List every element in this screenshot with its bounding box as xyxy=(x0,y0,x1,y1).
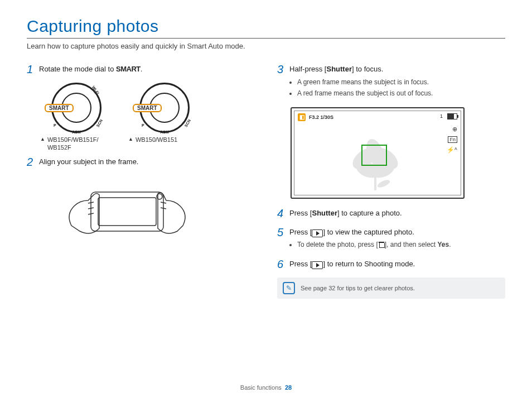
tip-box: ✎ See page 32 for tips to get clearer ph… xyxy=(277,277,505,299)
dial-smart-tag: SMART xyxy=(45,104,74,112)
step-number: 6 xyxy=(277,259,289,270)
camera-hold-illustration xyxy=(60,175,255,245)
step4-post: ] to capture a photo. xyxy=(337,209,402,217)
lcd-screen-illustration: ◧ F3.2 1/30S 1 ⊕ Fn ⚡ᴬ xyxy=(291,107,465,199)
step3-pre: Half-press [ xyxy=(289,65,326,73)
step-5: 5 Press [] to view the captured photo. T… xyxy=(277,227,505,251)
step-number: 5 xyxy=(277,227,289,251)
step-number: 2 xyxy=(27,156,39,168)
tip-icon: ✎ xyxy=(283,282,295,294)
dial-block-2: SMART P ASM SCN ▲WB150/WB151 xyxy=(128,83,201,152)
footer-section: Basic functions xyxy=(240,384,282,391)
osd-exposure: F3.2 1/30S xyxy=(309,114,333,120)
dial-mark-asm: ASM xyxy=(160,130,169,134)
step3-post: ] to focus. xyxy=(352,65,383,73)
shutter-label: Shutter xyxy=(312,209,337,217)
triangle-icon: ▲ xyxy=(40,136,45,152)
dial-mark-p: P xyxy=(54,123,56,127)
step-number: 1 xyxy=(27,64,39,75)
svg-point-9 xyxy=(376,178,391,189)
step6-post: ] to return to Shooting mode. xyxy=(323,260,415,268)
list-item: A green frame means the subject is in fo… xyxy=(297,77,433,87)
step-number: 4 xyxy=(277,208,289,219)
osd-right: ⊕ Fn ⚡ᴬ xyxy=(447,126,457,154)
dial-block-1: SMART P ASM SCN Wi-Fi ▲WB150F/WB151F/ WB… xyxy=(40,83,113,152)
smart-mode-label: SMART xyxy=(116,65,141,73)
playback-icon xyxy=(312,261,323,269)
step2-text: Align your subject in the frame. xyxy=(39,156,138,168)
step5-pre: Press [ xyxy=(289,228,312,236)
mode-dial-illustration: SMART P ASM SCN xyxy=(139,83,190,133)
step5-bullet-post: ], and then select xyxy=(385,241,438,248)
page-footer: Basic functions 28 xyxy=(0,384,532,391)
osd-top-right: 1 xyxy=(440,113,457,119)
step6-pre: Press [ xyxy=(289,260,312,268)
step-4: 4 Press [Shutter] to capture a photo. xyxy=(277,208,505,219)
mode-dials-row: SMART P ASM SCN Wi-Fi ▲WB150F/WB151F/ WB… xyxy=(40,83,255,152)
step3-bullets: A green frame means the subject is in fo… xyxy=(289,77,433,98)
step5-post: ] to view the captured photo. xyxy=(323,228,414,236)
shutter-label: Shutter xyxy=(326,65,352,73)
step-1: 1 Rotate the mode dial to SMART. xyxy=(27,64,255,75)
list-item: To delete the photo, press [], and then … xyxy=(297,240,451,250)
zoom-icon: ⊕ xyxy=(452,126,457,133)
osd-top-left: ◧ F3.2 1/30S xyxy=(298,113,333,121)
step1-post: . xyxy=(141,65,143,73)
osd-shots: 1 xyxy=(440,113,443,119)
dial-smart-tag: SMART xyxy=(133,104,162,112)
footer-page: 28 xyxy=(285,384,292,391)
svg-rect-1 xyxy=(98,198,156,226)
title-rule xyxy=(27,38,505,39)
dial-mark-p: P xyxy=(142,123,144,127)
svg-rect-8 xyxy=(374,167,376,190)
step4-pre: Press [ xyxy=(289,209,312,217)
trash-icon xyxy=(378,241,385,248)
right-column: 3 Half-press [Shutter] to focus. A green… xyxy=(277,64,505,299)
dial-mark-asm: ASM xyxy=(72,130,81,134)
page-title: Capturing photos xyxy=(27,17,505,36)
mode-dial-illustration: SMART P ASM SCN Wi-Fi xyxy=(51,83,101,133)
step-6: 6 Press [] to return to Shooting mode. xyxy=(277,259,505,270)
fn-icon: Fn xyxy=(448,136,457,143)
triangle-icon: ▲ xyxy=(128,136,133,144)
step5-bullet-pre: To delete the photo, press [ xyxy=(297,241,378,248)
list-item: A red frame means the subject is out of … xyxy=(297,88,433,98)
step-number: 3 xyxy=(277,64,289,99)
dial2-caption: WB150/WB151 xyxy=(136,136,177,144)
tip-text: See page 32 for tips to get clearer phot… xyxy=(301,285,415,291)
dial1-caption: WB150F/WB151F/ WB152F xyxy=(47,136,113,152)
mode-icon: ◧ xyxy=(298,113,306,121)
step-3: 3 Half-press [Shutter] to focus. A green… xyxy=(277,64,505,99)
flash-icon: ⚡ᴬ xyxy=(447,146,457,154)
left-column: 1 Rotate the mode dial to SMART. SMART P… xyxy=(27,64,255,299)
step1-pre: Rotate the mode dial to xyxy=(39,65,116,73)
lead-text: Learn how to capture photos easily and q… xyxy=(27,42,505,50)
step-2: 2 Align your subject in the frame. xyxy=(27,156,255,168)
focus-frame xyxy=(361,145,387,166)
battery-icon xyxy=(447,113,457,119)
yes-label: Yes xyxy=(438,241,449,248)
playback-icon xyxy=(312,229,323,237)
